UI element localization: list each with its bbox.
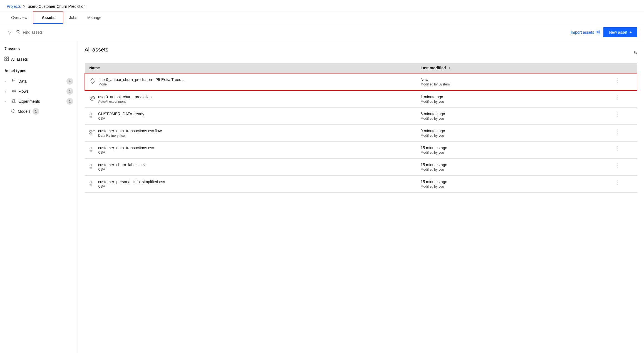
tab-manage[interactable]: Manage bbox=[83, 12, 106, 24]
modified-time: 9 minutes ago bbox=[421, 129, 605, 133]
asset-icon-csv: ○1 ○○ bbox=[89, 180, 95, 188]
row-action-button[interactable]: ⋮ bbox=[614, 77, 622, 83]
modified-time: Now bbox=[421, 77, 605, 82]
table-row[interactable]: ○1 ○○ customer_churn_labels.csv CSV 15 m… bbox=[85, 159, 637, 176]
search-box[interactable] bbox=[16, 30, 567, 35]
asset-name-cell: ○1 ○○ customer_data_transactions.csv CSV bbox=[89, 146, 412, 155]
column-last-modified[interactable]: Last modified ↓ bbox=[416, 63, 610, 73]
modified-by: Modified by System bbox=[421, 82, 605, 86]
svg-text:○○: ○○ bbox=[90, 116, 92, 118]
table-row[interactable]: customer_data_transactions.csv.flow Data… bbox=[85, 125, 637, 142]
sort-icon: ↓ bbox=[449, 66, 450, 70]
table-row[interactable]: user0_autoai_churn_prediction AutoAI exp… bbox=[85, 90, 637, 108]
asset-name-cell: ○1 ○○ customer_personal_info_simplified.… bbox=[89, 180, 412, 188]
flows-icon bbox=[11, 89, 16, 94]
experiments-label: Experiments bbox=[18, 99, 64, 104]
content-area: All assets ↻ Name Last modified ↓ bbox=[78, 41, 644, 353]
table-row[interactable]: ○1 ○○ customer_data_transactions.csv CSV… bbox=[85, 142, 637, 159]
breadcrumb-current: user0 Customer Churn Prediction bbox=[28, 4, 86, 9]
modified-time: 15 minutes ago bbox=[421, 146, 605, 150]
asset-name: customer_data_transactions.csv.flow bbox=[98, 129, 162, 133]
sidebar-all-assets-label: All assets bbox=[11, 57, 28, 62]
sidebar-assets-count: 7 assets bbox=[4, 46, 73, 51]
row-action-button[interactable]: ⋮ bbox=[614, 95, 622, 100]
asset-type: CSV bbox=[98, 168, 145, 171]
experiments-icon bbox=[11, 99, 16, 104]
asset-name-cell: user0_autoai_churn_prediction AutoAI exp… bbox=[89, 95, 412, 104]
tab-jobs[interactable]: Jobs bbox=[65, 12, 82, 24]
flows-chevron-icon: › bbox=[4, 89, 9, 93]
svg-marker-19 bbox=[12, 109, 15, 113]
svg-rect-27 bbox=[93, 131, 95, 132]
sidebar-item-flows[interactable]: › Flows 1 bbox=[4, 86, 73, 96]
main-layout: 7 assets All assets Asset types › bbox=[0, 41, 644, 353]
all-assets-icon bbox=[4, 57, 9, 62]
table-header: Name Last modified ↓ bbox=[85, 63, 637, 73]
data-label: Data bbox=[18, 79, 64, 84]
asset-type: CSV bbox=[98, 151, 154, 155]
import-assets-label: Import assets bbox=[571, 30, 594, 35]
asset-icon-autoai bbox=[89, 95, 95, 103]
row-action-button[interactable]: ⋮ bbox=[614, 146, 622, 151]
svg-point-15 bbox=[14, 90, 16, 92]
experiments-chevron-icon: › bbox=[4, 99, 9, 103]
asset-name-cell: ○1 ○○ customer_churn_labels.csv CSV bbox=[89, 163, 412, 171]
new-asset-plus-icon: + bbox=[630, 30, 632, 35]
svg-rect-4 bbox=[598, 32, 600, 34]
new-asset-button[interactable]: New asset + bbox=[603, 27, 637, 37]
svg-rect-2 bbox=[596, 31, 598, 33]
svg-text:○1: ○1 bbox=[90, 113, 92, 116]
svg-text:01: 01 bbox=[12, 79, 15, 81]
svg-rect-7 bbox=[5, 59, 6, 61]
filter-button[interactable]: ▽ bbox=[7, 28, 13, 36]
content-header: All assets ↻ bbox=[85, 46, 637, 58]
experiments-badge: 1 bbox=[66, 98, 73, 105]
sidebar-item-models[interactable]: Models 1 bbox=[4, 106, 73, 116]
modified-time: 15 minutes ago bbox=[421, 180, 605, 184]
sidebar-item-data[interactable]: › 01 01 Data 4 bbox=[4, 76, 73, 86]
svg-text:○○: ○○ bbox=[90, 183, 92, 186]
asset-name: customer_personal_info_simplified.csv bbox=[98, 180, 165, 184]
sidebar-item-experiments[interactable]: › Experiments 1 bbox=[4, 96, 73, 106]
row-action-button[interactable]: ⋮ bbox=[614, 112, 622, 117]
sidebar-item-all-assets[interactable]: All assets bbox=[4, 55, 73, 63]
asset-type: Model bbox=[98, 82, 185, 86]
tab-overview[interactable]: Overview bbox=[7, 12, 32, 24]
row-action-button[interactable]: ⋮ bbox=[614, 129, 622, 134]
svg-marker-20 bbox=[90, 79, 95, 84]
refresh-icon: ↻ bbox=[634, 50, 637, 55]
modified-by: Modified by you bbox=[421, 117, 605, 121]
assets-table: Name Last modified ↓ user0_autoai_churn_… bbox=[85, 63, 637, 193]
search-input[interactable] bbox=[23, 30, 78, 35]
asset-type: AutoAI experiment bbox=[98, 100, 152, 104]
asset-icon-csv: ○1 ○○ bbox=[89, 146, 95, 154]
asset-type: CSV bbox=[98, 117, 144, 121]
asset-name: user0_autoai_churn_prediction - P5 Extra… bbox=[98, 77, 185, 82]
models-label: Models bbox=[18, 109, 30, 114]
import-assets-button[interactable]: Import assets bbox=[571, 30, 600, 35]
toolbar: ▽ Import assets New asset + bbox=[0, 24, 644, 41]
breadcrumb-projects-link[interactable]: Projects bbox=[7, 4, 21, 9]
models-icon bbox=[11, 109, 16, 114]
modified-time: 6 minutes ago bbox=[421, 112, 605, 116]
svg-line-1 bbox=[19, 32, 20, 33]
svg-text:○○: ○○ bbox=[90, 166, 92, 169]
svg-point-22 bbox=[91, 97, 93, 99]
modified-by: Modified by you bbox=[421, 151, 605, 155]
flows-label: Flows bbox=[18, 89, 64, 94]
svg-rect-5 bbox=[5, 57, 6, 58]
table-row[interactable]: ○1 ○○ customer_personal_info_simplified.… bbox=[85, 176, 637, 193]
svg-rect-6 bbox=[7, 57, 9, 58]
row-action-button[interactable]: ⋮ bbox=[614, 163, 622, 168]
asset-name: customer_data_transactions.csv bbox=[98, 146, 154, 150]
modified-time: 15 minutes ago bbox=[421, 163, 605, 167]
asset-name-cell: user0_autoai_churn_prediction - P5 Extra… bbox=[90, 77, 412, 86]
svg-text:○1: ○1 bbox=[90, 164, 92, 166]
tab-assets[interactable]: Assets bbox=[33, 11, 63, 24]
breadcrumb-separator: > bbox=[23, 4, 26, 9]
table-row[interactable]: user0_autoai_churn_prediction - P5 Extra… bbox=[85, 73, 637, 90]
row-action-button[interactable]: ⋮ bbox=[614, 180, 622, 185]
svg-text:○1: ○1 bbox=[90, 181, 92, 183]
table-row[interactable]: ○1 ○○ CUSTOMER_DATA_ready CSV 6 minutes … bbox=[85, 108, 637, 125]
refresh-button[interactable]: ↻ bbox=[634, 50, 637, 55]
